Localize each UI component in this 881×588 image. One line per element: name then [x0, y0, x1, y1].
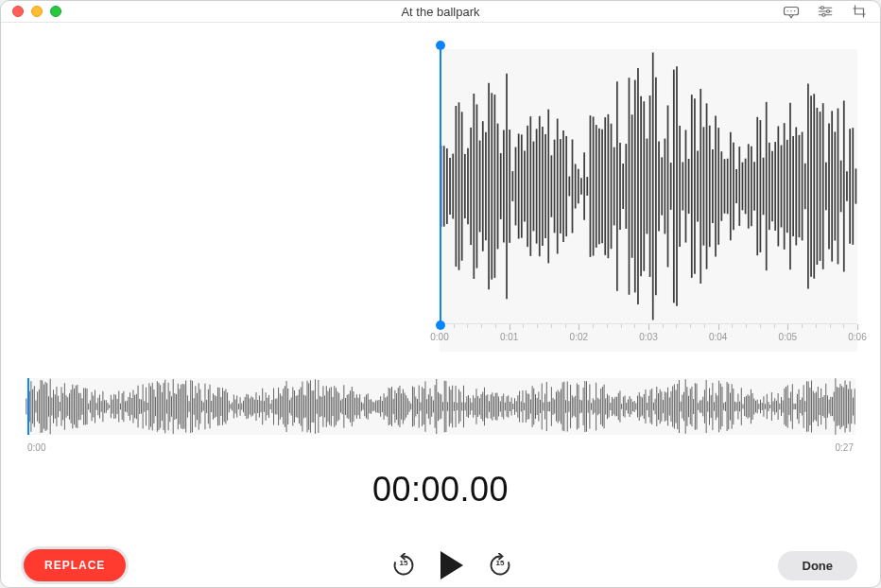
play-button[interactable] — [440, 551, 463, 579]
ruler-time-label: 0:01 — [500, 332, 518, 342]
transcribe-icon[interactable] — [782, 4, 801, 19]
detail-waveform — [440, 49, 857, 323]
svg-point-2 — [790, 10, 791, 11]
overview-end-time: 0:27 — [836, 442, 854, 453]
svg-point-3 — [794, 10, 795, 11]
done-button[interactable]: Done — [778, 551, 858, 580]
ruler-time-label: 0:00 — [430, 332, 448, 342]
svg-point-1 — [787, 10, 788, 11]
detail-waveform-track[interactable]: 0:000:010:020:030:040:050:06 — [440, 49, 857, 352]
skip-back-button[interactable]: 15 — [391, 553, 416, 578]
close-window-button[interactable] — [12, 6, 24, 17]
maximize-window-button[interactable] — [50, 6, 61, 17]
overview-time-labels: 0:00 0:27 — [24, 441, 857, 453]
overview-playhead[interactable] — [27, 378, 29, 435]
ruler-time-label: 0:02 — [570, 332, 588, 342]
bottom-controls: REPLACE 15 15 Done — [1, 549, 880, 587]
titlebar-toolbar — [782, 4, 869, 19]
ruler-time-label: 0:06 — [848, 332, 866, 342]
editor-content: 0:000:010:020:030:040:050:06 0:00 0:27 0… — [1, 23, 880, 549]
ruler-time-label: 0:04 — [709, 332, 727, 342]
ruler-time-label: 0:03 — [639, 332, 657, 342]
skip-forward-button[interactable]: 15 — [488, 553, 512, 578]
overview-waveform[interactable] — [26, 378, 855, 435]
svg-point-7 — [821, 7, 824, 9]
transport-controls: 15 15 — [126, 551, 777, 579]
skip-forward-seconds: 15 — [488, 559, 512, 567]
overview-start-time: 0:00 — [27, 442, 45, 453]
titlebar: At the ballpark — [1, 1, 880, 23]
skip-back-seconds: 15 — [391, 559, 416, 567]
window-title: At the ballpark — [1, 5, 880, 19]
app-window: At the ballpark — [0, 0, 881, 588]
replace-button[interactable]: REPLACE — [24, 549, 126, 581]
ruler-time-label: 0:05 — [779, 332, 797, 342]
svg-point-8 — [827, 10, 830, 13]
timecode-display: 00:00.00 — [24, 470, 857, 510]
detail-time-ruler: 0:000:010:020:030:040:050:06 — [440, 323, 857, 346]
crop-icon[interactable] — [850, 4, 869, 19]
detail-waveform-zone: 0:000:010:020:030:040:050:06 — [24, 49, 857, 352]
minimize-window-button[interactable] — [31, 6, 43, 17]
svg-point-9 — [822, 13, 825, 16]
window-controls — [12, 6, 61, 17]
sliders-icon[interactable] — [816, 4, 835, 19]
